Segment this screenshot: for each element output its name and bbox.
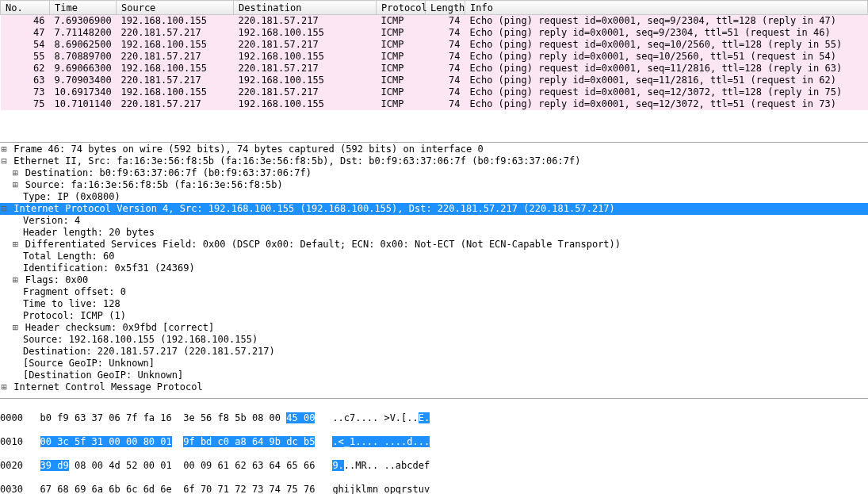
- ip-protocol[interactable]: Protocol: ICMP (1): [0, 310, 868, 322]
- hex-row[interactable]: 0010 00 3c 5f 31 00 00 80 01 9f bd c0 a8…: [0, 436, 868, 448]
- expand-icon[interactable]: ⊞: [0, 144, 8, 155]
- cell: ICMP: [377, 75, 426, 86]
- ip-header-length[interactable]: Header length: 20 bytes: [0, 227, 868, 239]
- ip-checksum[interactable]: ⊞ Header checksum: 0x9fbd [correct]: [0, 322, 868, 334]
- cell: ICMP: [377, 15, 426, 28]
- cell: 10.7101140: [50, 98, 117, 110]
- col-destination[interactable]: Destination: [234, 1, 377, 15]
- cell: 73: [1, 86, 50, 98]
- cell: 55: [1, 51, 50, 63]
- cell: 46: [1, 15, 50, 28]
- ip-total-length[interactable]: Total Length: 60: [0, 251, 868, 262]
- cell: 192.168.100.155: [117, 39, 234, 51]
- eth-src[interactable]: ⊞ Source: fa:16:3e:56:f8:5b (fa:16:3e:56…: [0, 179, 868, 191]
- packet-details-pane[interactable]: ⊞ Frame 46: 74 bytes on wire (592 bits),…: [0, 142, 868, 393]
- table-row[interactable]: 467.69306900192.168.100.155220.181.57.21…: [1, 15, 868, 28]
- collapse-icon[interactable]: ⊟: [0, 155, 8, 167]
- cell: 10.6917340: [50, 86, 117, 98]
- cell: 74: [426, 15, 465, 28]
- cell: 192.168.100.155: [234, 75, 377, 86]
- cell: 220.181.57.217: [234, 15, 377, 28]
- table-row[interactable]: 7310.6917340192.168.100.155220.181.57.21…: [1, 86, 868, 98]
- col-info[interactable]: Info: [465, 1, 868, 15]
- cell: 192.168.100.155: [234, 51, 377, 63]
- cell: Echo (ping) request id=0x0001, seq=9/230…: [465, 15, 868, 28]
- hex-row[interactable]: 0020 39 d9 08 00 4d 52 00 01 00 09 61 62…: [0, 460, 868, 472]
- cell: 220.181.57.217: [117, 51, 234, 63]
- cell: 9.70903400: [50, 75, 117, 86]
- table-row[interactable]: 629.69066300192.168.100.155220.181.57.21…: [1, 63, 868, 75]
- cell: 220.181.57.217: [117, 75, 234, 86]
- ethernet-node[interactable]: ⊟ Ethernet II, Src: fa:16:3e:56:f8:5b (f…: [0, 155, 868, 167]
- expand-icon[interactable]: ⊞: [11, 167, 19, 179]
- cell: 192.168.100.155: [117, 63, 234, 75]
- table-row[interactable]: 558.70889700220.181.57.217192.168.100.15…: [1, 51, 868, 63]
- cell: 74: [426, 75, 465, 86]
- cell: 74: [426, 86, 465, 98]
- cell: 63: [1, 75, 50, 86]
- cell: Echo (ping) reply id=0x0001, seq=10/2560…: [465, 51, 868, 63]
- cell: 220.181.57.217: [234, 63, 377, 75]
- cell: 220.181.57.217: [234, 86, 377, 98]
- table-row[interactable]: 639.70903400220.181.57.217192.168.100.15…: [1, 75, 868, 86]
- cell: 8.69062500: [50, 39, 117, 51]
- expand-icon[interactable]: ⊞: [11, 274, 19, 286]
- cell: ICMP: [377, 39, 426, 51]
- cell: 192.168.100.155: [117, 86, 234, 98]
- cell: 220.181.57.217: [117, 98, 234, 110]
- hex-row[interactable]: 0000 b0 f9 63 37 06 7f fa 16 3e 56 f8 5b…: [0, 412, 868, 424]
- cell: 220.181.57.217: [234, 39, 377, 51]
- ip-dscp[interactable]: ⊞ Differentiated Services Field: 0x00 (D…: [0, 239, 868, 251]
- cell: 192.168.100.155: [117, 15, 234, 28]
- ip-destination[interactable]: Destination: 220.181.57.217 (220.181.57.…: [0, 346, 868, 358]
- ip-dest-geoip[interactable]: [Destination GeoIP: Unknown]: [0, 370, 868, 381]
- cell: ICMP: [377, 86, 426, 98]
- cell: 47: [1, 27, 50, 39]
- col-no[interactable]: No.: [1, 1, 50, 15]
- ip-flags[interactable]: ⊞ Flags: 0x00: [0, 274, 868, 286]
- cell: 74: [426, 98, 465, 110]
- col-protocol[interactable]: Protocol: [377, 1, 426, 15]
- eth-dst[interactable]: ⊞ Destination: b0:f9:63:37:06:7f (b0:f9:…: [0, 167, 868, 179]
- icmp-node[interactable]: ⊞ Internet Control Message Protocol: [0, 381, 868, 393]
- col-source[interactable]: Source: [117, 1, 234, 15]
- table-row[interactable]: 477.71148200220.181.57.217192.168.100.15…: [1, 27, 868, 39]
- hex-row[interactable]: 0030 67 68 69 6a 6b 6c 6d 6e 6f 70 71 72…: [0, 484, 868, 494]
- cell: 220.181.57.217: [117, 27, 234, 39]
- expand-icon[interactable]: ⊞: [11, 179, 19, 191]
- ip-node-selected[interactable]: ⊟ Internet Protocol Version 4, Src: 192.…: [0, 203, 868, 215]
- cell: 62: [1, 63, 50, 75]
- ip-identification[interactable]: Identification: 0x5f31 (24369): [0, 262, 868, 274]
- col-length[interactable]: Length: [426, 1, 465, 15]
- ip-source[interactable]: Source: 192.168.100.155 (192.168.100.155…: [0, 334, 868, 346]
- cell: 7.69306900: [50, 15, 117, 28]
- cell: ICMP: [377, 98, 426, 110]
- ip-version[interactable]: Version: 4: [0, 215, 868, 227]
- cell: Echo (ping) request id=0x0001, seq=11/28…: [465, 63, 868, 75]
- cell: Echo (ping) reply id=0x0001, seq=9/2304,…: [465, 27, 868, 39]
- packet-list-table[interactable]: No. Time Source Destination Protocol Len…: [0, 0, 868, 110]
- cell: Echo (ping) reply id=0x0001, seq=11/2816…: [465, 75, 868, 86]
- expand-icon[interactable]: ⊞: [11, 239, 19, 251]
- table-row[interactable]: 7510.7101140220.181.57.217192.168.100.15…: [1, 98, 868, 110]
- ip-ttl[interactable]: Time to live: 128: [0, 298, 868, 310]
- expand-icon[interactable]: ⊞: [0, 381, 8, 393]
- eth-type[interactable]: Type: IP (0x0800): [0, 191, 868, 203]
- cell: 74: [426, 27, 465, 39]
- table-row[interactable]: 548.69062500192.168.100.155220.181.57.21…: [1, 39, 868, 51]
- cell: ICMP: [377, 51, 426, 63]
- expand-icon[interactable]: ⊞: [11, 322, 19, 334]
- col-time[interactable]: Time: [50, 1, 117, 15]
- cell: ICMP: [377, 63, 426, 75]
- ip-source-geoip[interactable]: [Source GeoIP: Unknown]: [0, 358, 868, 370]
- frame-node[interactable]: ⊞ Frame 46: 74 bytes on wire (592 bits),…: [0, 144, 868, 155]
- ip-frag-offset[interactable]: Fragment offset: 0: [0, 286, 868, 298]
- cell: 192.168.100.155: [234, 27, 377, 39]
- cell: 74: [426, 51, 465, 63]
- hex-dump-pane[interactable]: 0000 b0 f9 63 37 06 7f fa 16 3e 56 f8 5b…: [0, 398, 868, 494]
- cell: 9.69066300: [50, 63, 117, 75]
- cell: 192.168.100.155: [234, 98, 377, 110]
- collapse-icon[interactable]: ⊟: [0, 203, 8, 215]
- column-header-row[interactable]: No. Time Source Destination Protocol Len…: [1, 1, 868, 15]
- cell: 7.71148200: [50, 27, 117, 39]
